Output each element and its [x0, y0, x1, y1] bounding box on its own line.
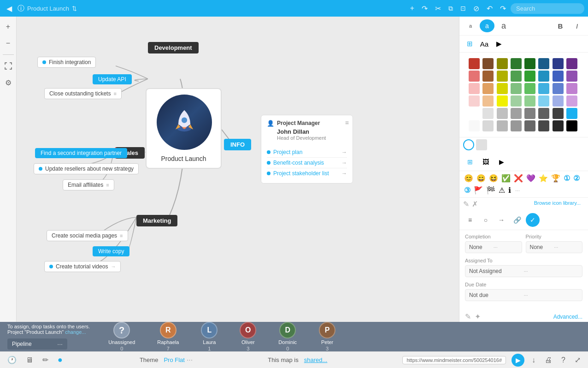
color-swatch-38[interactable]: [553, 108, 564, 119]
color-swatch-42[interactable]: [497, 120, 508, 131]
completion-field[interactable]: None ···: [465, 241, 522, 253]
bold-button[interactable]: B: [553, 19, 568, 32]
color-swatch-41[interactable]: [482, 120, 494, 131]
copy-button[interactable]: ⧉: [446, 3, 456, 14]
color-swatch-16[interactable]: [469, 83, 480, 94]
emoji-warning[interactable]: ⚠: [498, 185, 506, 196]
color-swatch-34[interactable]: [497, 108, 508, 119]
emoji-trophy[interactable]: 🏆: [550, 173, 561, 184]
cancel-circle-button[interactable]: ✗: [472, 200, 478, 208]
color-swatch-39[interactable]: [566, 108, 577, 119]
color-swatch-40[interactable]: [469, 120, 480, 131]
color-swatch-44[interactable]: [524, 120, 535, 131]
download-button[interactable]: ↓: [530, 355, 537, 365]
color-swatch-28[interactable]: [524, 95, 535, 107]
magic-icon-button[interactable]: ✦: [475, 312, 481, 321]
theme-more[interactable]: ···: [187, 356, 193, 364]
back-button[interactable]: ◀: [4, 3, 15, 14]
add-node-button[interactable]: +: [407, 2, 417, 14]
list-action-button[interactable]: ≡: [463, 213, 477, 227]
emoji-smile[interactable]: 😊: [463, 173, 474, 184]
assigned-to-field[interactable]: Not Assigned ···: [465, 265, 582, 277]
link-action-button[interactable]: 🔗: [510, 213, 524, 227]
grid-icon-button[interactable]: ⊞: [463, 37, 476, 50]
completion-more[interactable]: ···: [494, 244, 518, 250]
finish-integration-node[interactable]: Finish integration: [37, 57, 96, 68]
zoom-in-button[interactable]: +: [2, 20, 15, 33]
fit-map-button[interactable]: [2, 59, 15, 72]
text-large-button[interactable]: a: [496, 19, 511, 32]
update-api-node[interactable]: Update API: [93, 74, 132, 84]
ban-button[interactable]: ⊘: [470, 2, 482, 15]
arrow-action-button[interactable]: →: [494, 213, 508, 227]
color-swatch-36[interactable]: [524, 108, 535, 119]
create-social-node[interactable]: Create social media pages ≡: [47, 230, 128, 241]
color-swatch-31[interactable]: [566, 95, 577, 107]
color-swatch-25[interactable]: [482, 95, 494, 107]
user-item-raphaela[interactable]: RRaphaela7: [146, 322, 190, 351]
color-swatch-13[interactable]: [538, 71, 549, 82]
color-swatch-8[interactable]: [469, 71, 480, 82]
zoom-out-button[interactable]: −: [2, 37, 15, 50]
user-item-dominic[interactable]: DDominic0: [267, 322, 308, 351]
close-tickets-node[interactable]: Close outstanding tickets ≡: [44, 88, 122, 99]
color-swatch-15[interactable]: [566, 71, 577, 82]
color-swatch-47[interactable]: [566, 120, 577, 131]
user-item-laura[interactable]: LLaura1: [190, 322, 229, 351]
expand-button[interactable]: ⤢: [573, 355, 582, 365]
italic-button[interactable]: I: [570, 19, 584, 32]
text-icon-button[interactable]: Aa: [478, 37, 491, 50]
device-button[interactable]: 🖥: [24, 355, 35, 365]
info-panel-menu[interactable]: ≡: [345, 119, 349, 126]
update-resellers-node[interactable]: Update resellers about new strategy: [34, 163, 139, 174]
redo-button[interactable]: ↷: [497, 2, 509, 15]
video-button[interactable]: ▶: [494, 155, 508, 169]
color-swatch-30[interactable]: [553, 95, 564, 107]
user-item-peter[interactable]: PPeter3: [308, 322, 347, 351]
color-swatch-46[interactable]: [553, 120, 564, 131]
user-item-unassigned[interactable]: ?Unassigned0: [97, 322, 146, 351]
color-swatch-4[interactable]: [524, 58, 535, 69]
color-swatch-3[interactable]: [511, 58, 522, 69]
browse-library-link[interactable]: Browse icon library...: [481, 200, 584, 208]
color-swatch-20[interactable]: [524, 83, 535, 94]
color-swatch-10[interactable]: [497, 71, 508, 82]
redo-fork-button[interactable]: ↷: [419, 2, 430, 15]
emoji-cross[interactable]: ❌: [513, 173, 524, 184]
edit-circle-button[interactable]: ✎: [463, 200, 469, 208]
stakeholder-link[interactable]: Project stakeholder list →: [267, 168, 347, 178]
create-tutorials-node[interactable]: Create tutorial videos →: [44, 261, 121, 272]
priority-more[interactable]: ···: [554, 244, 578, 250]
color-swatch-24[interactable]: [469, 95, 480, 107]
color-swatch-12[interactable]: [524, 71, 535, 82]
color-swatch-22[interactable]: [553, 83, 564, 94]
clone-button[interactable]: ⊡: [458, 3, 469, 14]
print-button[interactable]: 🖨: [543, 355, 554, 365]
color-swatch-9[interactable]: [482, 71, 494, 82]
check-action-button[interactable]: ✓: [526, 213, 540, 227]
emoji-more[interactable]: ···: [513, 186, 522, 195]
benefit-cost-link[interactable]: Benefit-cost analysis →: [267, 158, 347, 168]
emoji-check[interactable]: ✅: [500, 173, 512, 184]
emoji-star[interactable]: ⭐: [538, 173, 549, 184]
color-swatch-1[interactable]: [482, 58, 494, 69]
present-button[interactable]: ▶: [512, 354, 524, 367]
settings-button[interactable]: ⚙: [2, 76, 15, 89]
help-button[interactable]: ?: [559, 355, 567, 365]
emoji-flag-red[interactable]: 🚩: [473, 185, 484, 196]
edit-pen-button[interactable]: ✏: [41, 355, 50, 365]
color-swatch-45[interactable]: [538, 120, 549, 131]
image-button[interactable]: 🖼: [479, 155, 493, 169]
email-affiliates-node[interactable]: Email affiliates ≡: [63, 179, 114, 190]
assigned-to-more[interactable]: ···: [524, 268, 579, 274]
color-swatch-17[interactable]: [482, 83, 494, 94]
change-link[interactable]: change...: [65, 329, 86, 335]
color-swatch-5[interactable]: [538, 58, 549, 69]
color-swatch-23[interactable]: [566, 83, 577, 94]
emoji-heart[interactable]: 💜: [525, 173, 536, 184]
color-swatch-14[interactable]: [553, 71, 564, 82]
undo-button[interactable]: ↶: [484, 2, 495, 15]
emoji-info[interactable]: ℹ: [507, 185, 512, 196]
color-swatch-35[interactable]: [511, 108, 522, 119]
color-swatch-11[interactable]: [511, 71, 522, 82]
